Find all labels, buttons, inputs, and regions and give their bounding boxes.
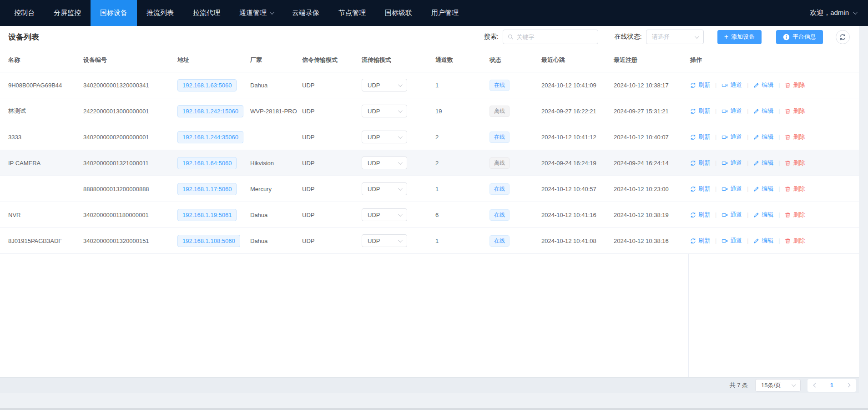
- edit-action[interactable]: 编辑: [753, 211, 773, 219]
- nav-item-0[interactable]: 控制台: [5, 0, 44, 26]
- prev-page-button[interactable]: [813, 383, 818, 388]
- stream-mode-select[interactable]: UDP: [362, 208, 407, 221]
- cell-actions: 刷新 | 通道 | 编辑 |: [690, 211, 859, 219]
- current-page[interactable]: 1: [830, 382, 833, 389]
- online-status-select[interactable]: 请选择: [646, 30, 704, 44]
- nav-item-8[interactable]: 国标级联: [375, 0, 422, 26]
- stream-mode-select[interactable]: UDP: [362, 105, 407, 117]
- address-chip[interactable]: 192.168.1.63:5060: [177, 79, 237, 91]
- delete-action[interactable]: 删除: [785, 237, 805, 245]
- stream-mode-select[interactable]: UDP: [362, 157, 407, 169]
- platform-info-button[interactable]: 平台信息: [776, 30, 823, 44]
- delete-action[interactable]: 删除: [785, 211, 805, 219]
- refresh-action[interactable]: 刷新: [690, 185, 710, 193]
- address-chip[interactable]: 192.168.1.242:15060: [177, 105, 243, 117]
- refresh-action[interactable]: 刷新: [690, 81, 710, 89]
- add-device-button[interactable]: + 添加设备: [717, 30, 762, 44]
- delete-action[interactable]: 删除: [785, 185, 805, 193]
- video-camera-icon: [722, 108, 728, 114]
- channel-action-label: 通道: [730, 185, 742, 193]
- column-header-4: 信令传输模式: [302, 56, 362, 64]
- column-header-9: 最近注册: [614, 56, 690, 64]
- signal-mode: UDP: [302, 186, 314, 192]
- nav-item-5[interactable]: 通道管理: [230, 0, 283, 26]
- address-chip[interactable]: 192.168.1.108:5060: [177, 235, 240, 247]
- channel-action[interactable]: 通道: [722, 133, 742, 141]
- next-page-button[interactable]: [846, 383, 850, 388]
- edit-action[interactable]: 编辑: [753, 237, 773, 245]
- action-separator: |: [715, 108, 717, 114]
- refresh-action[interactable]: 刷新: [690, 107, 710, 115]
- address-chip[interactable]: 192.168.1.244:35060: [177, 131, 243, 143]
- refresh-icon: [839, 34, 846, 40]
- channel-action[interactable]: 通道: [722, 237, 742, 245]
- refresh-action[interactable]: 刷新: [690, 159, 710, 167]
- cell-channels: 6: [435, 212, 490, 218]
- edit-action[interactable]: 编辑: [753, 81, 773, 89]
- action-separator: |: [715, 82, 717, 88]
- delete-action[interactable]: 删除: [785, 159, 805, 167]
- nav-item-3[interactable]: 推流列表: [137, 0, 183, 26]
- top-nav: 控制台分屏监控国标设备推流列表拉流代理通道管理云端录像节点管理国标级联用户管理 …: [0, 0, 868, 26]
- search-input[interactable]: [516, 34, 593, 40]
- channel-action[interactable]: 通道: [722, 107, 742, 115]
- cell-heartbeat: 2024-10-12 10:40:57: [541, 186, 614, 192]
- address-chip[interactable]: 192.168.1.17:5060: [177, 183, 237, 195]
- channel-action[interactable]: 通道: [722, 211, 742, 219]
- nav-item-9[interactable]: 用户管理: [422, 0, 468, 26]
- channel-action[interactable]: 通道: [722, 159, 742, 167]
- channel-count: 1: [435, 186, 439, 192]
- refresh-action[interactable]: 刷新: [690, 133, 710, 141]
- action-separator: |: [778, 108, 780, 114]
- channel-action-label: 通道: [730, 133, 742, 141]
- manufacturer: Dahua: [250, 212, 267, 218]
- edit-action[interactable]: 编辑: [753, 133, 773, 141]
- trash-icon: [785, 160, 791, 166]
- stream-mode-select[interactable]: UDP: [362, 131, 407, 143]
- edit-action[interactable]: 编辑: [753, 107, 773, 115]
- refresh-action[interactable]: 刷新: [690, 237, 710, 245]
- column-header-10: 操作: [690, 56, 859, 64]
- stream-mode-select[interactable]: UDP: [362, 234, 407, 247]
- cell-status: 在线: [490, 235, 541, 247]
- cell-signal-mode: UDP: [302, 82, 362, 89]
- cell-name: 林测试: [8, 107, 83, 115]
- video-camera-icon: [722, 82, 728, 88]
- refresh-list-button[interactable]: [836, 30, 850, 44]
- refresh-action-label: 刷新: [698, 133, 710, 141]
- nav-item-2[interactable]: 国标设备: [91, 0, 137, 26]
- nav-item-6[interactable]: 云端录像: [283, 0, 329, 26]
- edit-action[interactable]: 编辑: [753, 185, 773, 193]
- stream-mode-value: UDP: [368, 82, 380, 89]
- refresh-action[interactable]: 刷新: [690, 211, 710, 219]
- page-title: 设备列表: [8, 32, 39, 42]
- stream-mode-select[interactable]: UDP: [362, 79, 407, 91]
- cell-stream-mode: UDP: [362, 208, 435, 221]
- edit-action[interactable]: 编辑: [753, 159, 773, 167]
- delete-action[interactable]: 删除: [785, 107, 805, 115]
- channel-action-label: 通道: [730, 211, 742, 219]
- delete-action[interactable]: 删除: [785, 133, 805, 141]
- nav-item-4[interactable]: 拉流代理: [183, 0, 230, 26]
- cell-name: NVR: [8, 212, 83, 218]
- channel-action[interactable]: 通道: [722, 81, 742, 89]
- nav-item-7[interactable]: 节点管理: [329, 0, 375, 26]
- channel-action[interactable]: 通道: [722, 185, 742, 193]
- page-size-select[interactable]: 15条/页: [755, 379, 801, 392]
- device-list-card: 设备列表 搜索: 在线状态: 请选择 + 添加设备: [0, 26, 859, 377]
- manufacturer: Mercury: [250, 186, 272, 192]
- stream-mode-select[interactable]: UDP: [362, 182, 407, 195]
- device-id: 34020000001321000011: [83, 160, 149, 167]
- delete-action[interactable]: 删除: [785, 81, 805, 89]
- action-separator: |: [715, 134, 717, 140]
- channel-count: 1: [435, 238, 439, 244]
- total-count: 共 7 条: [730, 381, 748, 390]
- nav-item-1[interactable]: 分屏监控: [44, 0, 91, 26]
- edit-pencil-icon: [753, 186, 759, 192]
- edit-action-label: 编辑: [762, 211, 773, 219]
- refresh-icon: [690, 238, 696, 244]
- user-menu[interactable]: 欢迎，admin: [805, 0, 868, 26]
- address-chip[interactable]: 192.168.1.19:5061: [177, 209, 237, 221]
- action-separator: |: [747, 238, 748, 244]
- address-chip[interactable]: 192.168.1.64:5060: [177, 157, 237, 169]
